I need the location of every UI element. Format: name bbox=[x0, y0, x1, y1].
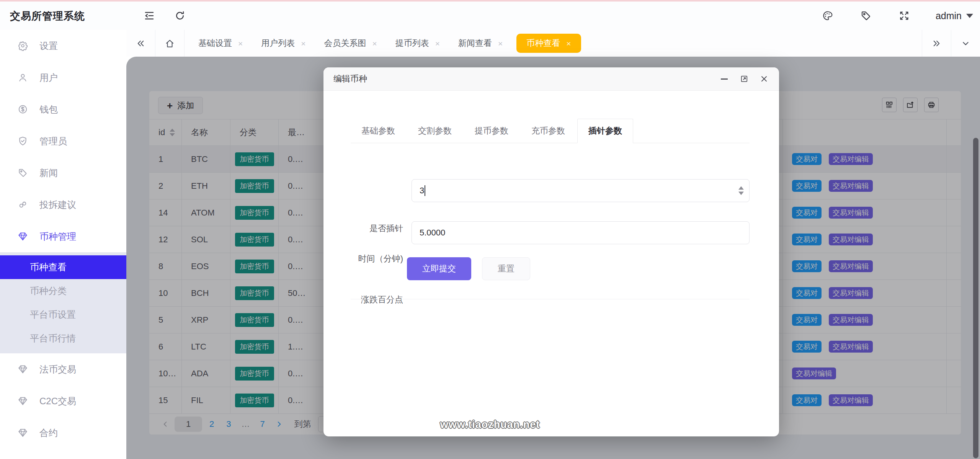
scroll-tabs-right-button[interactable] bbox=[922, 30, 951, 57]
home-tab-button[interactable] bbox=[155, 30, 185, 57]
form-separator bbox=[351, 299, 750, 299]
tab-withdraw-list[interactable]: 提币列表× bbox=[386, 30, 449, 57]
user-name: admin bbox=[936, 10, 962, 21]
tab-member-graph[interactable]: 会员关系图× bbox=[315, 30, 386, 57]
gear-icon bbox=[18, 41, 28, 51]
refresh-icon bbox=[174, 10, 186, 21]
chevrons-left-icon bbox=[136, 38, 146, 49]
header-actions: admin bbox=[821, 2, 973, 30]
user-menu[interactable]: admin bbox=[936, 10, 973, 21]
submit-button[interactable]: 立即提交 bbox=[407, 257, 471, 280]
percent-field-label: 涨跌百分点 bbox=[346, 294, 403, 305]
sidebar-item-c2c-trade[interactable]: C2C交易 bbox=[0, 385, 126, 417]
tab-label: 币种查看 bbox=[526, 38, 560, 49]
chevrons-right-icon bbox=[931, 38, 942, 49]
sidebar: 设置用户钱包管理员新闻投拆建议币种管理币种查看币种分类平台币设置平台币行情法币交… bbox=[0, 30, 126, 459]
collapse-sidebar-button[interactable] bbox=[142, 9, 156, 23]
expand-icon bbox=[898, 10, 910, 21]
close-tab-icon[interactable]: × bbox=[301, 39, 305, 47]
minimize-icon bbox=[721, 78, 728, 80]
sidebar-item-fiat-trade[interactable]: 法币交易 bbox=[0, 353, 126, 385]
modal-tab-basic[interactable]: 基础参数 bbox=[351, 119, 406, 143]
modal-tab-pin[interactable]: 插针参数 bbox=[577, 119, 633, 143]
close-tab-icon[interactable]: × bbox=[498, 39, 503, 47]
sidebar-submenu: 币种查看币种分类平台币设置平台币行情 bbox=[0, 252, 126, 353]
time-input-value: 3 bbox=[420, 186, 424, 196]
sidebar-item-wallet[interactable]: 钱包 bbox=[0, 93, 126, 125]
tab-label: 基础设置 bbox=[198, 38, 232, 49]
coin-icon bbox=[18, 104, 28, 114]
sidebar-item-label: 设置 bbox=[39, 40, 58, 52]
sidebar-item-label: 用户 bbox=[39, 72, 58, 84]
tab-bar: 基础设置×用户列表×会员关系图×提币列表×新闻查看×币种查看× bbox=[126, 30, 980, 57]
outdent-icon bbox=[144, 10, 155, 21]
close-tab-icon[interactable]: × bbox=[566, 39, 571, 47]
tab-coin-view[interactable]: 币种查看× bbox=[516, 34, 581, 53]
sidebar-item-news[interactable]: 新闻 bbox=[0, 157, 126, 189]
sidebar-item-label: 钱包 bbox=[39, 103, 58, 116]
sidebar-item-contract[interactable]: 合约 bbox=[0, 417, 126, 449]
diamond-icon bbox=[18, 364, 28, 374]
modal-tab-delivery[interactable]: 交割参数 bbox=[407, 119, 462, 143]
tab-basic-settings[interactable]: 基础设置× bbox=[189, 30, 252, 57]
time-input[interactable]: 3 bbox=[412, 179, 750, 202]
reset-button[interactable]: 重置 bbox=[482, 257, 530, 280]
tab-options-button[interactable] bbox=[951, 30, 980, 57]
open-tabs: 基础设置×用户列表×会员关系图×提币列表×新闻查看×币种查看× bbox=[185, 30, 586, 57]
number-spinner[interactable] bbox=[738, 186, 744, 195]
sidebar-item-label: 新闻 bbox=[39, 167, 58, 179]
close-modal-button[interactable] bbox=[759, 74, 769, 84]
caret-down-icon bbox=[966, 14, 973, 18]
pin-field-label: 是否插针 bbox=[346, 223, 403, 234]
modal-tab-withdraw[interactable]: 提币参数 bbox=[464, 119, 519, 143]
tab-user-list[interactable]: 用户列表× bbox=[252, 30, 315, 57]
sidebar-item-settings[interactable]: 设置 bbox=[0, 30, 126, 62]
app-root: 交易所管理系统 admin 设置用户钱包管理员新闻投拆建议币种管理币种查看币种分… bbox=[0, 0, 980, 459]
sidebar-item-invest-advice[interactable]: 投拆建议 bbox=[0, 189, 126, 221]
sidebar-item-coin-manage[interactable]: 币种管理 bbox=[0, 221, 126, 252]
edit-coin-modal: 编辑币种 基础参数交割参数提币参数充币参数插针参数 是否插针 打开关闭 时间（分… bbox=[323, 67, 779, 436]
shield-icon bbox=[18, 136, 28, 146]
diamond-icon bbox=[18, 396, 28, 406]
sidebar-item-users[interactable]: 用户 bbox=[0, 62, 126, 93]
theme-button[interactable] bbox=[821, 9, 835, 23]
sidebar-item-label: 管理员 bbox=[39, 135, 67, 147]
modal-tab-deposit[interactable]: 充币参数 bbox=[521, 119, 576, 143]
close-tab-icon[interactable]: × bbox=[238, 39, 243, 47]
sidebar-item-label: 投拆建议 bbox=[39, 199, 76, 211]
close-tab-icon[interactable]: × bbox=[372, 39, 377, 47]
close-tab-icon[interactable]: × bbox=[435, 39, 440, 47]
tab-news-view[interactable]: 新闻查看× bbox=[449, 30, 512, 57]
percent-input[interactable] bbox=[412, 221, 750, 244]
spinner-up-icon[interactable] bbox=[738, 186, 744, 190]
tab-bar-right bbox=[922, 30, 980, 57]
tab-label: 用户列表 bbox=[261, 38, 295, 49]
watermark: www.tiaozhuan.net bbox=[440, 419, 540, 431]
scroll-tabs-left-button[interactable] bbox=[126, 30, 155, 57]
tag-icon bbox=[860, 10, 872, 21]
sidebar-subitem-coin-category[interactable]: 币种分类 bbox=[0, 279, 126, 303]
sidebar-subitem-coin-view[interactable]: 币种查看 bbox=[0, 255, 126, 279]
text-cursor bbox=[425, 185, 425, 196]
palette-icon bbox=[822, 10, 833, 21]
sidebar-menu: 设置用户钱包管理员新闻投拆建议币种管理币种查看币种分类平台币设置平台币行情法币交… bbox=[0, 30, 126, 449]
sidebar-item-label: 合约 bbox=[39, 427, 58, 439]
app-header: 交易所管理系统 admin bbox=[0, 2, 980, 30]
maximize-icon bbox=[740, 74, 749, 83]
minimize-button[interactable] bbox=[719, 74, 729, 84]
diamond-icon bbox=[18, 428, 28, 438]
home-icon bbox=[165, 38, 175, 49]
tab-label: 新闻查看 bbox=[458, 38, 492, 49]
sidebar-item-admins[interactable]: 管理员 bbox=[0, 125, 126, 157]
chevron-down-icon bbox=[960, 38, 971, 49]
tab-label: 会员关系图 bbox=[324, 38, 366, 49]
sidebar-subitem-platform-coin-market[interactable]: 平台币行情 bbox=[0, 327, 126, 350]
sidebar-item-label: C2C交易 bbox=[39, 395, 76, 407]
spinner-down-icon[interactable] bbox=[738, 192, 744, 195]
tag-button[interactable] bbox=[859, 9, 873, 23]
modal-title: 编辑币种 bbox=[333, 73, 367, 85]
maximize-button[interactable] bbox=[739, 74, 749, 84]
sidebar-subitem-platform-coin-settings[interactable]: 平台币设置 bbox=[0, 303, 126, 327]
fullscreen-button[interactable] bbox=[897, 9, 911, 23]
refresh-button[interactable] bbox=[173, 9, 187, 23]
